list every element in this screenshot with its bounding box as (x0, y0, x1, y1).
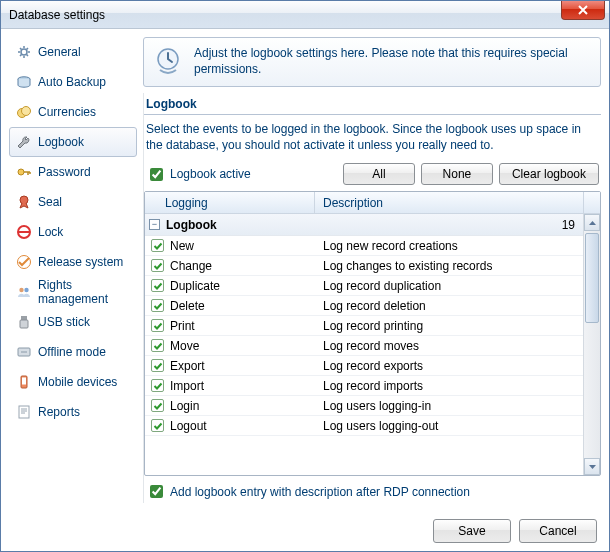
coins-icon (16, 104, 32, 120)
table-row[interactable]: DuplicateLog record duplication (145, 276, 583, 296)
sidebar-item-usb-stick[interactable]: USB stick (9, 307, 137, 337)
section-description: Select the events to be logged in the lo… (144, 115, 601, 161)
table-row[interactable]: MoveLog record moves (145, 336, 583, 356)
row-checkbox[interactable] (151, 339, 164, 352)
nosign-icon (16, 224, 32, 240)
titlebar: Database settings (1, 1, 609, 29)
sidebar-item-label: Lock (38, 225, 63, 239)
row-checkbox[interactable] (151, 399, 164, 412)
row-checkbox[interactable] (151, 299, 164, 312)
table-row[interactable]: PrintLog record printing (145, 316, 583, 336)
sidebar-item-label: Logbook (38, 135, 84, 149)
save-button[interactable]: Save (433, 519, 511, 543)
svg-point-5 (20, 196, 28, 204)
svg-point-9 (19, 288, 23, 292)
svg-rect-15 (22, 378, 26, 385)
sidebar-item-label: General (38, 45, 81, 59)
release-icon (16, 254, 32, 270)
row-description: Log users logging-in (315, 399, 583, 413)
sidebar-item-lock[interactable]: Lock (9, 217, 137, 247)
table-row[interactable]: DeleteLog record deletion (145, 296, 583, 316)
row-checkbox[interactable] (151, 239, 164, 252)
sidebar-item-rights-management[interactable]: Rights management (9, 277, 137, 307)
row-name: Move (170, 339, 199, 353)
scroll-up-button[interactable] (584, 214, 600, 231)
all-button[interactable]: All (343, 163, 415, 185)
sidebar-item-auto-backup[interactable]: Auto Backup (9, 67, 137, 97)
row-name: Import (170, 379, 204, 393)
wrench-icon (16, 134, 32, 150)
sidebar-item-seal[interactable]: Seal (9, 187, 137, 217)
sidebar: GeneralAuto BackupCurrenciesLogbookPassw… (9, 37, 137, 503)
table-row[interactable]: ImportLog record imports (145, 376, 583, 396)
row-checkbox[interactable] (151, 419, 164, 432)
table-row[interactable]: NewLog new record creations (145, 236, 583, 256)
sidebar-item-label: Password (38, 165, 91, 179)
row-name: Delete (170, 299, 205, 313)
report-icon (16, 404, 32, 420)
row-checkbox[interactable] (151, 259, 164, 272)
sidebar-item-logbook[interactable]: Logbook (9, 127, 137, 157)
vertical-scrollbar[interactable] (583, 214, 600, 475)
sidebar-item-password[interactable]: Password (9, 157, 137, 187)
sidebar-item-label: Seal (38, 195, 62, 209)
column-description[interactable]: Description (315, 196, 583, 210)
sidebar-item-label: Currencies (38, 105, 96, 119)
close-button[interactable] (561, 1, 605, 20)
row-description: Log record exports (315, 359, 583, 373)
key-icon (16, 164, 32, 180)
svg-rect-11 (21, 316, 27, 320)
table-body: − Logbook 19 NewLog new record creations… (145, 214, 600, 475)
sidebar-item-general[interactable]: General (9, 37, 137, 67)
collapse-icon[interactable]: − (149, 219, 160, 230)
none-button[interactable]: None (421, 163, 493, 185)
row-checkbox[interactable] (151, 279, 164, 292)
table-row[interactable]: ChangeLog changes to existing records (145, 256, 583, 276)
info-banner: Adjust the logbook settings here. Please… (143, 37, 601, 87)
sidebar-item-offline-mode[interactable]: Offline mode (9, 337, 137, 367)
row-description: Log record printing (315, 319, 583, 333)
table-row[interactable]: ExportLog record exports (145, 356, 583, 376)
clear-logbook-button[interactable]: Clear logbook (499, 163, 599, 185)
sidebar-item-label: USB stick (38, 315, 90, 329)
row-name: Logout (170, 419, 207, 433)
svg-rect-16 (19, 406, 29, 418)
svg-rect-7 (19, 231, 29, 233)
settings-window: Database settings GeneralAuto BackupCurr… (0, 0, 610, 552)
offline-icon (16, 344, 32, 360)
sidebar-item-release-system[interactable]: Release system (9, 247, 137, 277)
column-logging[interactable]: Logging (145, 192, 315, 213)
logbook-active-checkbox[interactable]: Logbook active (146, 165, 251, 184)
row-checkbox[interactable] (151, 359, 164, 372)
table-row[interactable]: LoginLog users logging-in (145, 396, 583, 416)
row-description: Log record moves (315, 339, 583, 353)
rdp-input[interactable] (150, 485, 163, 498)
row-description: Log record imports (315, 379, 583, 393)
sidebar-item-mobile-devices[interactable]: Mobile devices (9, 367, 137, 397)
events-table: Logging Description − Logbook 19 NewLog … (144, 191, 601, 476)
clock-icon (152, 46, 184, 78)
group-row-logbook[interactable]: − Logbook 19 (145, 214, 583, 236)
table-row[interactable]: LogoutLog users logging-out (145, 416, 583, 436)
table-header: Logging Description (145, 192, 600, 214)
gear-icon (16, 44, 32, 60)
main-panel: Adjust the logbook settings here. Please… (143, 37, 601, 503)
row-description: Log changes to existing records (315, 259, 583, 273)
row-checkbox[interactable] (151, 319, 164, 332)
rdp-row: Add logbook entry with description after… (144, 476, 601, 503)
row-name: Export (170, 359, 205, 373)
logbook-active-input[interactable] (150, 168, 163, 181)
scroll-thumb[interactable] (585, 233, 599, 323)
scroll-track[interactable] (584, 231, 600, 458)
cancel-button[interactable]: Cancel (519, 519, 597, 543)
rdp-checkbox[interactable]: Add logbook entry with description after… (146, 482, 599, 501)
mobile-icon (16, 374, 32, 390)
banner-text: Adjust the logbook settings here. Please… (194, 46, 592, 77)
ribbon-icon (16, 194, 32, 210)
close-icon (578, 5, 588, 15)
sidebar-item-reports[interactable]: Reports (9, 397, 137, 427)
row-checkbox[interactable] (151, 379, 164, 392)
sidebar-item-currencies[interactable]: Currencies (9, 97, 137, 127)
users-icon (16, 284, 32, 300)
scroll-down-button[interactable] (584, 458, 600, 475)
